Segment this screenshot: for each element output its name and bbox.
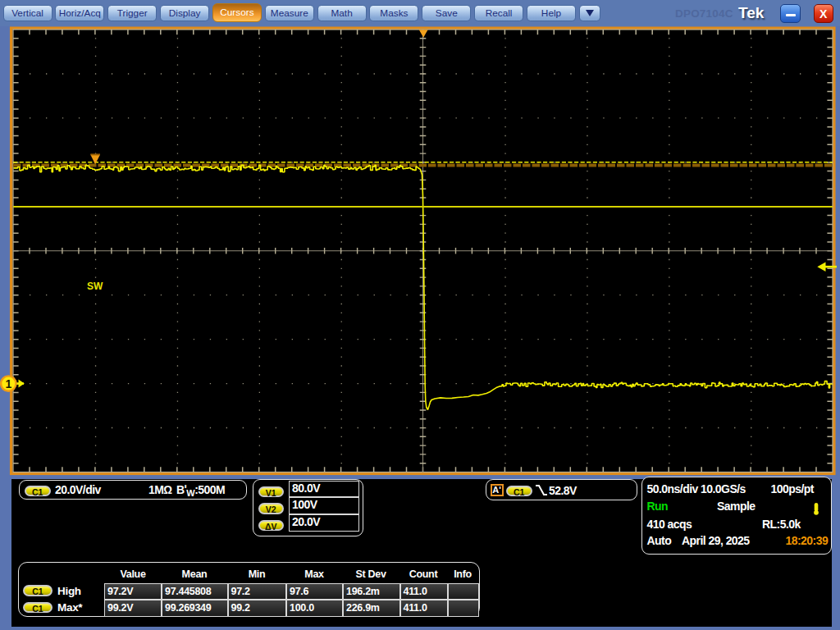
svg-text:SW: SW (87, 281, 103, 292)
svg-text:1: 1 (5, 377, 11, 390)
